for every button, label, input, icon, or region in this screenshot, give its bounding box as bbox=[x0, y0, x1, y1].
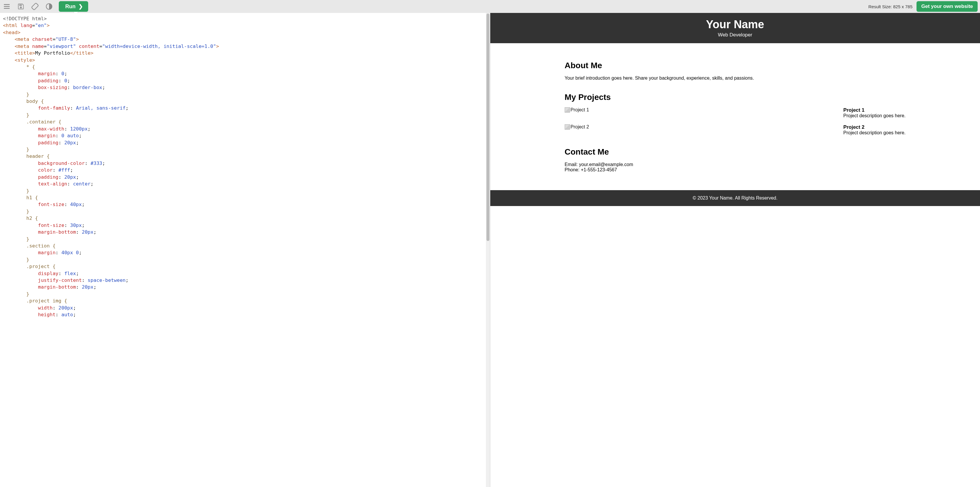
preview-document: Your Name Web Developer About Me Your br… bbox=[490, 13, 980, 206]
project-desc: Project description goes here. bbox=[843, 113, 906, 118]
project-item: Project 1 Project 1 Project description … bbox=[565, 107, 906, 118]
contact-email: Email: your.email@example.com bbox=[565, 162, 906, 167]
run-button[interactable]: Run ❯ bbox=[59, 1, 88, 12]
contact-section: Contact Me Email: your.email@example.com… bbox=[565, 147, 906, 172]
chevron-right-icon: ❯ bbox=[78, 3, 83, 10]
theme-icon[interactable] bbox=[45, 2, 54, 11]
project-info: Project 1 Project description goes here. bbox=[843, 107, 906, 118]
project-title: Project 1 bbox=[843, 107, 906, 113]
toolbar-right: Result Size: 825 x 785 Get your own webs… bbox=[868, 1, 978, 12]
get-website-button[interactable]: Get your own website bbox=[916, 1, 978, 12]
about-section: About Me Your brief introduction goes he… bbox=[565, 61, 906, 81]
broken-image-icon: Project 1 bbox=[565, 107, 589, 113]
code-editor-pane[interactable]: <!DOCTYPE html> <html lang="en"> <head> … bbox=[0, 13, 490, 487]
main-split: <!DOCTYPE html> <html lang="en"> <head> … bbox=[0, 13, 980, 487]
project-item: Project 2 Project 2 Project description … bbox=[565, 124, 906, 135]
project-title: Project 2 bbox=[843, 124, 906, 130]
rotate-icon[interactable] bbox=[30, 2, 40, 11]
app-root: Run ❯ Result Size: 825 x 785 Get your ow… bbox=[0, 0, 980, 487]
menu-icon[interactable] bbox=[2, 2, 11, 11]
run-label: Run bbox=[65, 3, 76, 10]
preview-header: Your Name Web Developer bbox=[490, 13, 980, 43]
about-heading: About Me bbox=[565, 61, 906, 70]
projects-section: My Projects Project 1 Project 1 Project … bbox=[565, 92, 906, 135]
scrollbar-thumb[interactable] bbox=[487, 14, 489, 241]
broken-image-icon: Project 2 bbox=[565, 124, 589, 130]
project-desc: Project description goes here. bbox=[843, 130, 906, 135]
code-content[interactable]: <!DOCTYPE html> <html lang="en"> <head> … bbox=[0, 13, 490, 321]
projects-heading: My Projects bbox=[565, 92, 906, 102]
toolbar: Run ❯ Result Size: 825 x 785 Get your ow… bbox=[0, 0, 980, 13]
preview-container: About Me Your brief introduction goes he… bbox=[559, 43, 912, 190]
save-icon[interactable] bbox=[16, 2, 25, 11]
contact-heading: Contact Me bbox=[565, 147, 906, 157]
toolbar-left: Run ❯ bbox=[2, 1, 88, 12]
preview-name: Your Name bbox=[496, 18, 975, 31]
preview-footer: © 2023 Your Name. All Rights Reserved. bbox=[490, 190, 980, 206]
project-info: Project 2 Project description goes here. bbox=[843, 124, 906, 135]
svg-rect-3 bbox=[32, 3, 39, 10]
preview-role: Web Developer bbox=[496, 32, 975, 38]
preview-pane: Your Name Web Developer About Me Your br… bbox=[490, 13, 980, 487]
result-size-label: Result Size: 825 x 785 bbox=[868, 4, 912, 9]
editor-scroll: <!DOCTYPE html> <html lang="en"> <head> … bbox=[0, 13, 490, 487]
about-text: Your brief introduction goes here. Share… bbox=[565, 76, 906, 81]
scrollbar-track[interactable] bbox=[486, 13, 490, 487]
contact-phone: Phone: +1-555-123-4567 bbox=[565, 167, 906, 172]
